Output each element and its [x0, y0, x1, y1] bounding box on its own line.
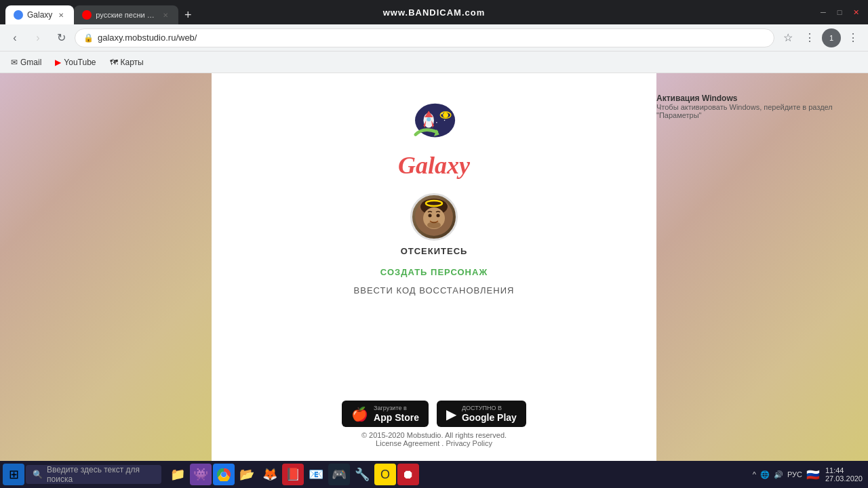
nav-bar: ‹ › ↻ 🔒 galaxy.mobstudio.ru/web/ ☆ ⋮ 1 ⋮: [0, 24, 868, 52]
taskbar-file-explorer[interactable]: 📁: [167, 464, 189, 485]
galaxy-title: Galaxy: [398, 151, 470, 180]
menu-button[interactable]: ⋮: [844, 28, 863, 47]
privacy-link[interactable]: Privacy Policy: [446, 439, 492, 447]
back-button[interactable]: ‹: [5, 28, 24, 47]
address-text: galaxy.mobstudio.ru/web/: [98, 33, 197, 43]
svg-point-18: [436, 214, 439, 218]
taskbar-right: ^ 🌐 🔊 РУС 🇷🇺 11:44 27.03.2020: [753, 466, 863, 483]
taskbar-steam[interactable]: 🎮: [328, 464, 350, 485]
content-area: Galaxy: [0, 73, 868, 461]
bg-left: [0, 73, 212, 461]
logo-area: Galaxy: [398, 100, 470, 180]
tabs-area: Galaxy ✕ русские песни • 2020 • но... ✕ …: [5, 0, 197, 24]
avatar[interactable]: [410, 193, 458, 241]
svg-point-19: [427, 222, 441, 228]
maximize-button[interactable]: □: [833, 5, 846, 19]
copyright-text: © 2015-2020 Mobstudio. All rights reserv…: [361, 431, 507, 439]
page-footer: 🍎 Загрузите в App Store ▶ ДОСТУПНО В Goo…: [342, 387, 526, 447]
address-bar[interactable]: 🔒 galaxy.mobstudio.ru/web/: [75, 28, 774, 47]
search-placeholder: Введите здесь текст для поиска: [47, 465, 155, 484]
win-activate-title: Активация Windows: [656, 94, 861, 103]
bookmark-youtube-label: YouTube: [64, 58, 96, 67]
clock: 11:44 27.03.2020: [825, 466, 863, 483]
gmail-icon: ✉: [11, 58, 18, 67]
tab-close-galaxy[interactable]: ✕: [56, 10, 66, 20]
google-play-badge[interactable]: ▶ ДОСТУПНО В Google Play: [437, 401, 526, 427]
character-name: ОТСЕКИТЕСЬ: [401, 246, 468, 256]
avatar-area: ОТСЕКИТЕСЬ: [401, 193, 468, 256]
flag-icon: 🇷🇺: [806, 468, 820, 481]
bookmark-youtube[interactable]: ▶ YouTube: [50, 56, 101, 68]
page-content: Galaxy: [212, 73, 656, 461]
google-play-small-text: ДОСТУПНО В: [462, 405, 517, 412]
galaxy-logo-icon: [407, 100, 461, 148]
nav-actions: ☆ ⋮ 1 ⋮: [778, 28, 863, 47]
app-store-large-text: App Store: [374, 412, 419, 423]
tab-galaxy[interactable]: Galaxy ✕: [5, 5, 74, 24]
google-play-large-text: Google Play: [462, 412, 517, 423]
taskbar-app-red[interactable]: 📕: [282, 464, 304, 485]
recovery-code-link[interactable]: ВВЕСТИ КОД ВОССТАНОВЛЕНИЯ: [354, 285, 515, 296]
title-bar: Galaxy ✕ русские песни • 2020 • но... ✕ …: [0, 0, 868, 24]
bookmark-star-button[interactable]: ☆: [778, 28, 797, 47]
tab-favicon-music: [82, 10, 92, 20]
window-controls: ─ □ ✕: [816, 5, 863, 19]
tab-label-galaxy: Galaxy: [27, 10, 52, 20]
taskbar: ⊞ 🔍 Введите здесь текст для поиска 📁 👾 📂…: [0, 461, 868, 488]
app-badges: 🍎 Загрузите в App Store ▶ ДОСТУПНО В Goo…: [342, 401, 526, 427]
taskbar-record[interactable]: ⏺: [397, 464, 419, 485]
bookmark-gmail[interactable]: ✉ Gmail: [5, 56, 47, 68]
lock-icon: 🔒: [83, 33, 94, 43]
windows-activation-notice: Активация Windows Чтобы активировать Win…: [656, 94, 861, 119]
bookmark-maps[interactable]: 🗺 Карты: [104, 56, 149, 68]
youtube-icon: ▶: [55, 58, 61, 67]
bookmark-gmail-label: Gmail: [20, 58, 41, 67]
new-tab-button[interactable]: +: [178, 5, 197, 24]
taskbar-discord[interactable]: 👾: [190, 464, 212, 485]
taskbar-files[interactable]: 📂: [236, 464, 258, 485]
app-store-badge[interactable]: 🍎 Загрузите в App Store: [342, 401, 429, 427]
taskbar-email[interactable]: 📧: [305, 464, 327, 485]
footer-links: © 2015-2020 Mobstudio. All rights reserv…: [361, 431, 507, 447]
taskbar-apps: 📁 👾 📂 🦊 📕 📧 🎮 🔧 O ⏺: [167, 464, 419, 485]
svg-point-3: [436, 122, 437, 123]
tab-favicon-galaxy: [14, 10, 23, 20]
search-icon: 🔍: [33, 470, 43, 479]
system-tray: ^ 🌐 🔊 РУС 🇷🇺: [753, 468, 820, 481]
volume-icon: 🔊: [774, 470, 783, 479]
forward-button[interactable]: ›: [28, 28, 47, 47]
bandicam-watermark: www.BANDICAM.com: [383, 7, 486, 18]
taskbar-opera[interactable]: O: [374, 464, 396, 485]
date-display: 27.03.2020: [825, 474, 863, 483]
svg-point-5: [444, 120, 446, 121]
minimize-button[interactable]: ─: [816, 5, 830, 19]
reload-button[interactable]: ↻: [52, 28, 71, 47]
svg-point-7: [443, 113, 448, 118]
tray-arrow[interactable]: ^: [753, 470, 756, 479]
taskbar-firefox[interactable]: 🦊: [259, 464, 281, 485]
taskbar-chrome[interactable]: [213, 464, 235, 485]
tab-label-music: русские песни • 2020 • но...: [96, 11, 157, 19]
win-activate-subtitle: Чтобы активировать Windows, перейдите в …: [656, 103, 861, 119]
apple-icon: 🍎: [351, 406, 368, 422]
create-character-link[interactable]: СОЗДАТЬ ПЕРСОНАЖ: [380, 267, 488, 277]
start-button[interactable]: ⊞: [3, 464, 24, 485]
avatar-image: [414, 197, 454, 237]
app-store-small-text: Загрузите в: [374, 405, 419, 412]
google-play-icon: ▶: [446, 406, 456, 422]
svg-point-22: [221, 472, 226, 477]
profile-button[interactable]: 1: [822, 28, 841, 47]
extensions-button[interactable]: ⋮: [800, 28, 819, 47]
license-link[interactable]: License Agreement: [376, 439, 439, 447]
bookmark-maps-label: Карты: [121, 58, 144, 67]
taskbar-app-misc[interactable]: 🔧: [351, 464, 373, 485]
language-indicator: РУС: [787, 470, 802, 479]
bg-right: Активация Windows Чтобы активировать Win…: [656, 73, 868, 461]
svg-point-17: [428, 214, 431, 218]
tab-close-music[interactable]: ✕: [161, 10, 170, 20]
close-button[interactable]: ✕: [849, 5, 863, 19]
app-store-text: Загрузите в App Store: [374, 405, 419, 423]
search-bar[interactable]: 🔍 Введите здесь текст для поиска: [26, 465, 161, 484]
tab-music[interactable]: русские песни • 2020 • но... ✕: [74, 5, 178, 24]
network-icon: 🌐: [760, 470, 770, 479]
